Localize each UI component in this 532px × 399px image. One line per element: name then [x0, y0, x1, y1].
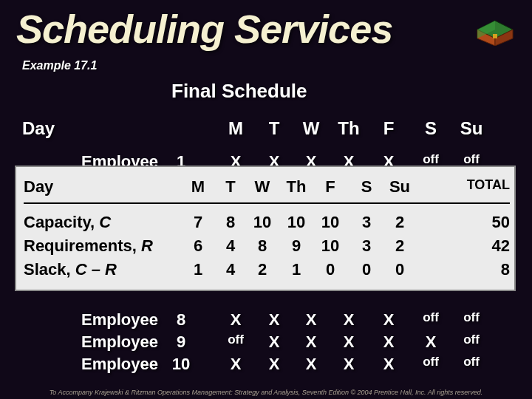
cell: X [220, 355, 251, 374]
summary-header-col: S [353, 177, 380, 197]
cell: off [454, 310, 489, 325]
summary-label-var: C – R [75, 260, 117, 279]
cell: off [220, 332, 251, 347]
summary-row-label: Requirements, R [24, 236, 171, 256]
summary-cell: 2 [384, 213, 415, 232]
example-label: Example 17.1 [0, 52, 532, 72]
svg-rect-4 [493, 34, 497, 38]
cell: X [331, 332, 366, 352]
summary-total: 8 [430, 260, 510, 279]
cell: off [415, 355, 446, 369]
summary-header-col: Su [384, 177, 415, 197]
summary-cell: 0 [353, 260, 380, 279]
summary-cell: 1 [185, 260, 211, 279]
summary-label-prefix: Slack, [24, 260, 75, 279]
summary-rule [24, 202, 510, 204]
summary-label-var: R [141, 236, 153, 255]
summary-cell: 0 [315, 260, 346, 279]
page-title: Scheduling Services [0, 0, 532, 52]
summary-cell: 4 [217, 236, 244, 256]
summary-cell: 10 [247, 213, 278, 232]
summary-cell: 6 [185, 236, 211, 256]
schedule-header-col: Su [454, 118, 489, 139]
footer-text: To Accompany Krajewski & Ritzman Operati… [0, 389, 532, 396]
cell: X [373, 332, 404, 352]
summary-cell: 1 [281, 260, 312, 279]
summary-label-prefix: Capacity, [24, 213, 99, 231]
schedule-header-col: F [373, 118, 404, 139]
schedule-header-col: W [296, 118, 327, 139]
chest-icon [474, 13, 516, 46]
cell: X [259, 332, 290, 352]
summary-header-col: F [315, 177, 346, 197]
employee-number: 10 [163, 355, 200, 374]
schedule-header-col: T [259, 118, 290, 139]
cell: X [259, 355, 290, 374]
cell: off [454, 332, 489, 347]
summary-total: 50 [430, 213, 510, 232]
summary-total: 42 [430, 236, 510, 256]
summary-header-col: T [217, 177, 244, 197]
summary-cell: 0 [384, 260, 415, 279]
summary-header-col: W [247, 177, 278, 197]
cell: X [373, 310, 404, 330]
summary-cell: 10 [315, 213, 346, 232]
schedule-header-col: Th [331, 118, 366, 139]
summary-cell: 2 [384, 236, 415, 256]
schedule-header-day: Day [22, 118, 155, 139]
cell: X [296, 355, 327, 374]
employee-number: 9 [163, 332, 200, 352]
schedule-header-col: M [220, 118, 251, 139]
cell: off [415, 310, 446, 325]
summary-label-prefix: Requirements, [24, 236, 141, 255]
summary-header-total: TOTAL [430, 177, 510, 193]
cell: X [296, 310, 327, 330]
summary-cell: 3 [353, 213, 380, 232]
cell: X [331, 310, 366, 330]
summary-cell: 8 [247, 236, 278, 256]
subtitle: Final Schedule [171, 80, 307, 103]
summary-box: Day M T W Th F S Su TOTAL Capacity, C 7 … [15, 166, 516, 291]
cell: off [454, 152, 489, 167]
summary-cell: 4 [217, 260, 244, 279]
summary-header-col: Th [281, 177, 312, 197]
summary-cell: 9 [281, 236, 312, 256]
cell: X [415, 332, 446, 352]
summary-row-label: Slack, C – R [24, 260, 171, 279]
employee-number: 8 [163, 310, 200, 330]
cell: off [454, 355, 489, 369]
summary-cell: 8 [217, 213, 244, 232]
cell: off [415, 152, 446, 167]
schedule-header-col: S [415, 118, 446, 139]
cell: X [259, 310, 290, 330]
summary-cell: 2 [247, 260, 278, 279]
cell: X [373, 355, 404, 374]
summary-label-var: C [99, 213, 111, 231]
summary-cell: 3 [353, 236, 380, 256]
summary-header-col: M [185, 177, 211, 197]
summary-cell: 10 [281, 213, 312, 232]
cell: X [220, 310, 251, 330]
cell: X [296, 332, 327, 352]
summary-row-label: Capacity, C [24, 213, 171, 232]
summary-cell: 10 [315, 236, 346, 256]
summary-cell: 7 [185, 213, 211, 232]
cell: X [331, 355, 366, 374]
summary-header-day: Day [24, 177, 171, 197]
